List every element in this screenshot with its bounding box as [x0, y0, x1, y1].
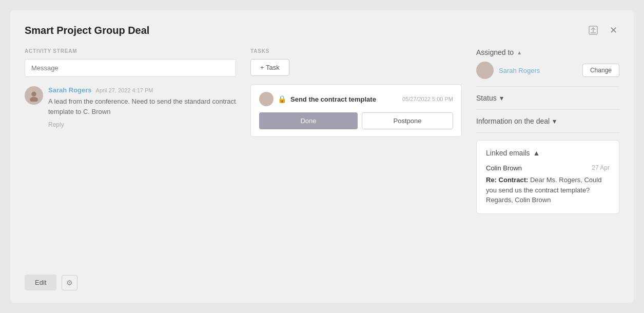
status-section: Status ▾: [476, 94, 619, 110]
task-info: 🔒 Send the contract template: [259, 92, 376, 106]
change-button[interactable]: Change: [582, 64, 619, 77]
tasks-label: TASKS: [250, 48, 462, 54]
linked-emails-card: Linked emails ▲ Colin Brown 27 Apr Re: C…: [476, 140, 619, 214]
activity-text: A lead from the conference. Need to send…: [48, 96, 236, 116]
status-header: Status ▾: [476, 94, 619, 102]
gear-icon: ⚙: [66, 279, 73, 287]
information-header: Information on the deal ▾: [476, 117, 619, 125]
email-subject: Re: Contract:: [486, 176, 528, 184]
activity-avatar: [25, 86, 43, 105]
email-preview: Re: Contract: Dear Ms. Rogers, Could you…: [486, 175, 610, 205]
email-sender: Colin Brown: [486, 164, 522, 172]
close-button[interactable]: ✕: [608, 23, 619, 38]
information-section: Information on the deal ▾: [476, 117, 619, 133]
postpone-button[interactable]: Postpone: [362, 112, 453, 129]
status-label: Status: [476, 94, 497, 102]
settings-button[interactable]: ⚙: [62, 275, 77, 290]
activity-meta: Sarah Rogers April 27, 2022 4:17 PM: [48, 86, 236, 94]
email-row: Colin Brown 27 Apr: [486, 164, 610, 172]
svg-point-4: [30, 97, 38, 102]
email-date: 27 Apr: [592, 164, 610, 171]
assigned-to-header: Assigned to ▲: [476, 48, 619, 56]
task-datetime: 05/27/2022 5:00 PM: [402, 96, 453, 102]
modal-footer: Edit ⚙: [25, 275, 619, 290]
task-lock-icon: 🔒: [278, 95, 286, 103]
assigned-row: Sarah Rogers Change: [476, 62, 619, 79]
task-card: 🔒 Send the contract template 05/27/2022 …: [250, 84, 462, 137]
header-actions: ✕: [586, 23, 619, 38]
activity-stream-panel: ACTIVITY STREAM Sarah Rogers April 27, 2…: [25, 48, 250, 264]
message-input[interactable]: [25, 59, 236, 77]
right-panel: Assigned to ▲ Sarah Rogers Change Status…: [476, 48, 619, 264]
tasks-panel: TASKS + Task 🔒 Send the contract templat…: [250, 48, 476, 264]
task-actions: Done Postpone: [259, 112, 453, 129]
assignee-name: Sarah Rogers: [499, 67, 577, 74]
information-caret: ▾: [553, 117, 556, 125]
activity-entry: Sarah Rogers April 27, 2022 4:17 PM A le…: [25, 86, 236, 128]
add-task-button[interactable]: + Task: [250, 59, 289, 76]
modal-body: ACTIVITY STREAM Sarah Rogers April 27, 2…: [25, 48, 619, 264]
assigned-to-label: Assigned to: [476, 48, 514, 56]
task-header: 🔒 Send the contract template 05/27/2022 …: [259, 92, 453, 106]
linked-emails-caret: ▲: [533, 149, 540, 157]
activity-content: Sarah Rogers April 27, 2022 4:17 PM A le…: [48, 86, 236, 128]
export-button[interactable]: [586, 23, 600, 37]
modal-container: Smart Project Group Deal ✕ ACTIVITY STRE…: [10, 10, 634, 303]
svg-point-3: [31, 92, 36, 96]
activity-author[interactable]: Sarah Rogers: [48, 86, 92, 94]
reply-link[interactable]: Reply: [48, 121, 64, 128]
assigned-to-caret: ▲: [517, 50, 522, 55]
done-button[interactable]: Done: [259, 112, 358, 129]
linked-emails-label: Linked emails: [486, 149, 530, 157]
information-label: Information on the deal: [476, 117, 550, 125]
task-title: Send the contract template: [290, 95, 376, 103]
activity-date: April 27, 2022 4:17 PM: [96, 87, 153, 93]
task-avatar: [259, 92, 274, 106]
export-icon: [588, 25, 598, 35]
modal-header: Smart Project Group Deal ✕: [25, 23, 619, 38]
assigned-to-section: Assigned to ▲ Sarah Rogers Change: [476, 48, 619, 87]
activity-stream-label: ACTIVITY STREAM: [25, 48, 236, 54]
assignee-avatar: [476, 62, 494, 79]
edit-button[interactable]: Edit: [25, 275, 56, 290]
modal-title: Smart Project Group Deal: [25, 25, 149, 36]
close-icon: ✕: [610, 25, 617, 36]
status-caret: ▾: [500, 94, 503, 102]
linked-emails-header: Linked emails ▲: [486, 149, 610, 157]
